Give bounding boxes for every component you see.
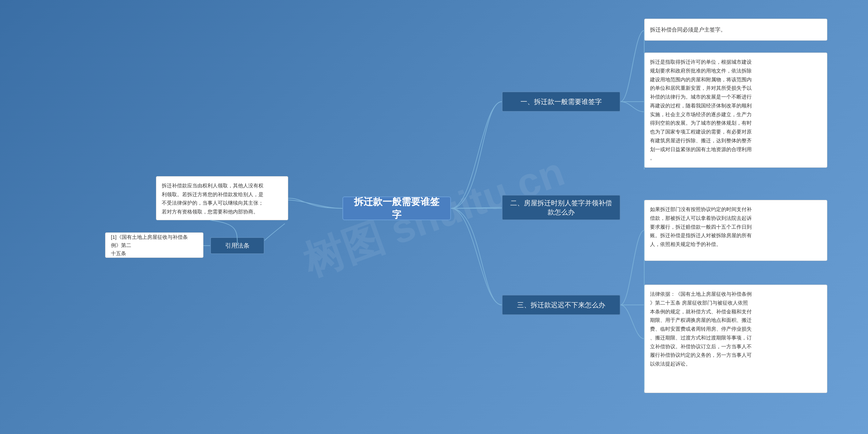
rc4-text: 法律依据：《国有土地上房屋征收与补偿条例 》第二十五条 房屋征收部门与被征收人依… [650, 291, 752, 367]
law-reference-label: 引用法条 [225, 242, 250, 250]
mindmap: 拆迁款一般需要谁签字 一、拆迁款一般需要谁签字 二、房屋拆迁时别人签字并领补偿 … [0, 0, 868, 434]
right-content-2: 拆迁是指取得拆迁许可的单位，根据城市建设 规划要求和政府所批准的用地文件，依法拆… [644, 53, 827, 168]
branch-2-label: 二、房屋拆迁时别人签字并领补偿 款怎么办 [510, 199, 612, 217]
law-content-node: [1]《国有土地上房屋征收与补偿条例》第二 十五条 [105, 232, 203, 258]
law-content-text: [1]《国有土地上房屋征收与补偿条例》第二 十五条 [111, 233, 198, 257]
left-content-text: 拆迁补偿款应当由权利人领取，其他人没有权 利领取。若拆迁方将您的补偿款发给别人，… [162, 183, 263, 214]
rc2-text: 拆迁是指取得拆迁许可的单位，根据城市建设 规划要求和政府所批准的用地文件，依法拆… [650, 59, 752, 161]
rc1-text: 拆迁补偿合同必须是户主签字。 [650, 25, 726, 34]
branch-1-label: 一、拆迁款一般需要谁签字 [520, 97, 602, 106]
branch-1: 一、拆迁款一般需要谁签字 [502, 91, 620, 112]
central-node: 拆迁款一般需要谁签字 [342, 197, 451, 220]
rc3-text: 如果拆迁部门没有按照协议约定的时间支付补 偿款，那被拆迁人可以拿着协议到法院去起… [650, 206, 752, 247]
central-label: 拆迁款一般需要谁签字 [353, 195, 440, 221]
right-content-3: 如果拆迁部门没有按照协议约定的时间支付补 偿款，那被拆迁人可以拿着协议到法院去起… [644, 200, 827, 261]
branch-3: 三、拆迁款迟迟不下来怎么办 [502, 295, 620, 315]
left-content-node: 拆迁补偿款应当由权利人领取，其他人没有权 利领取。若拆迁方将您的补偿款发给别人，… [156, 176, 288, 220]
branch-2: 二、房屋拆迁时别人签字并领补偿 款怎么办 [502, 195, 620, 220]
right-content-1: 拆迁补偿合同必须是户主签字。 [644, 19, 827, 41]
branch-3-label: 三、拆迁款迟迟不下来怎么办 [517, 301, 605, 310]
right-content-4: 法律依据：《国有土地上房屋征收与补偿条例 》第二十五条 房屋征收部门与被征收人依… [644, 285, 827, 393]
law-reference-node: 引用法条 [210, 237, 264, 254]
